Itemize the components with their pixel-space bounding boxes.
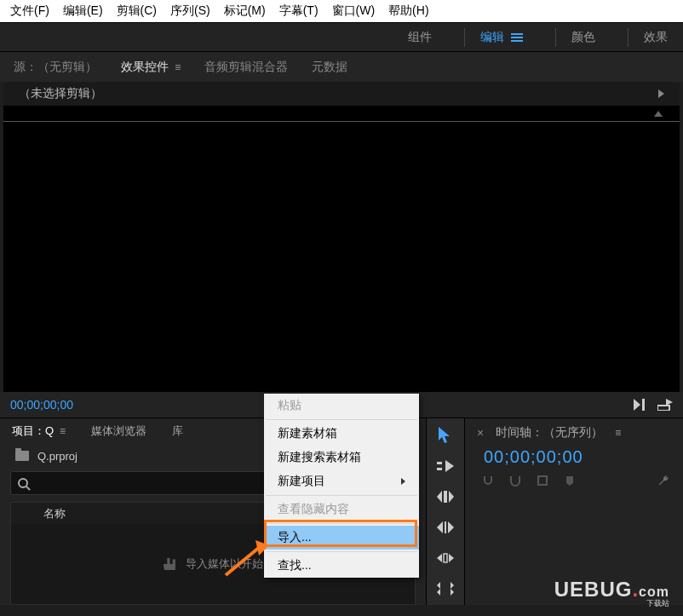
svg-marker-0 (634, 399, 640, 411)
menu-file[interactable]: 文件(F) (3, 2, 56, 20)
context-menu: 粘贴 新建素材箱 新建搜索素材箱 新建项目 查看隐藏内容 导入... 查找... (264, 394, 419, 578)
column-name: 名称 (43, 506, 66, 521)
step-forward-icon[interactable] (634, 399, 646, 411)
svg-marker-3 (666, 399, 673, 406)
svg-marker-8 (437, 491, 442, 503)
svg-marker-7 (445, 460, 454, 472)
ctx-paste: 粘贴 (264, 394, 419, 417)
razor-tool-icon[interactable] (435, 517, 456, 538)
workspace-effects[interactable]: 效果 (628, 23, 683, 51)
menu-window[interactable]: 窗口(W) (325, 2, 382, 20)
ctx-view-hidden: 查看隐藏内容 (264, 498, 419, 521)
svg-rect-9 (444, 491, 447, 503)
linked-selection-icon[interactable] (537, 475, 548, 486)
ctx-find[interactable]: 查找... (264, 554, 419, 578)
tab-metadata[interactable]: 元数据 (312, 60, 347, 75)
hamburger-icon[interactable] (511, 33, 523, 42)
svg-rect-16 (444, 554, 447, 562)
collapse-row (3, 106, 680, 121)
ctx-view-hidden-label: 查看隐藏内容 (278, 502, 349, 517)
magnet-icon[interactable] (509, 475, 521, 486)
source-timecode: 00;00;00;00 (10, 398, 73, 412)
svg-rect-12 (445, 521, 446, 533)
track-select-tool-icon[interactable] (435, 456, 456, 476)
svg-rect-1 (642, 399, 645, 411)
collapse-up-icon[interactable] (654, 111, 663, 117)
tab-project-label: 项目：Q (12, 424, 54, 437)
svg-marker-17 (437, 582, 440, 589)
tool-strip (426, 418, 465, 605)
submenu-arrow-icon (401, 478, 405, 485)
svg-rect-6 (437, 468, 442, 470)
ctx-import[interactable]: 导入... (264, 526, 419, 550)
slide-tool-icon[interactable] (435, 579, 456, 599)
project-panel-menu-icon[interactable]: ≡ (57, 425, 66, 437)
play-icon[interactable] (658, 89, 664, 98)
svg-marker-13 (448, 521, 454, 533)
export-frame-icon[interactable] (657, 399, 673, 411)
workspace-color[interactable]: 颜色 (556, 23, 611, 51)
no-clip-label: （未选择剪辑） (19, 86, 102, 101)
svg-rect-21 (538, 476, 547, 485)
tab-source[interactable]: 源：（无剪辑） (14, 60, 97, 75)
source-viewer (3, 121, 680, 392)
svg-rect-5 (437, 462, 442, 464)
menubar: 文件(F) 编辑(E) 剪辑(C) 序列(S) 标记(M) 字幕(T) 窗口(W… (0, 0, 683, 22)
timeline-tool-icons (477, 474, 671, 487)
workspace-editing[interactable]: 编辑 (465, 23, 538, 51)
svg-rect-2 (657, 406, 669, 411)
svg-marker-18 (451, 582, 454, 589)
ctx-new-item-label: 新建项目 (278, 474, 325, 489)
source-panel-tabs: 源：（无剪辑） 效果控件 ≡ 音频剪辑混合器 元数据 (0, 51, 683, 82)
menu-edit[interactable]: 编辑(E) (56, 2, 110, 20)
project-filename: Q.prproj (37, 450, 77, 463)
workspace-bar: 组件 编辑 颜色 效果 (0, 22, 683, 51)
hand-icon (164, 558, 177, 570)
ripple-edit-tool-icon[interactable] (435, 486, 456, 507)
workspace-editing-label: 编辑 (480, 30, 504, 45)
ctx-new-item[interactable]: 新建项目 (264, 469, 419, 493)
marker-icon[interactable] (564, 475, 576, 486)
ctx-import-label: 导入... (278, 530, 312, 545)
import-hint: 导入媒体以开始 (186, 556, 263, 572)
svg-marker-14 (437, 554, 442, 562)
tab-effect-controls[interactable]: 效果控件 ≡ (121, 60, 181, 75)
watermark-brand: UEBUG (554, 578, 633, 601)
panel-menu-icon[interactable]: ≡ (172, 61, 181, 73)
svg-marker-15 (449, 554, 454, 562)
search-icon (18, 478, 28, 488)
watermark-suffix: com (639, 584, 669, 599)
tab-audio-mixer[interactable]: 音频剪辑混合器 (204, 60, 288, 75)
watermark: UEBUG.com 下载站 (554, 578, 669, 609)
timeline-title: 时间轴：（无序列） (496, 425, 603, 440)
timeline-timecode: 00;00;00;00 (484, 447, 671, 467)
ctx-new-bin[interactable]: 新建素材箱 (264, 422, 419, 446)
menu-help[interactable]: 帮助(H) (382, 2, 435, 20)
bin-icon (15, 451, 29, 461)
menu-marker[interactable]: 标记(M) (217, 2, 273, 20)
svg-marker-11 (437, 521, 443, 533)
snap-icon[interactable] (482, 475, 494, 486)
ctx-find-label: 查找... (278, 558, 312, 573)
svg-marker-20 (451, 589, 454, 596)
ctx-new-search-bin[interactable]: 新建搜索素材箱 (264, 446, 419, 469)
slip-tool-icon[interactable] (435, 548, 456, 568)
timeline-menu-icon[interactable]: ≡ (615, 427, 621, 439)
menu-clip[interactable]: 剪辑(C) (110, 2, 164, 20)
ctx-paste-label: 粘贴 (278, 398, 301, 413)
wrench-icon[interactable] (657, 474, 671, 487)
workspace-assembly[interactable]: 组件 (393, 23, 447, 51)
tab-project[interactable]: 项目：Q ≡ (12, 423, 66, 439)
tab-media-browser[interactable]: 媒体浏览器 (91, 423, 146, 439)
menu-title[interactable]: 字幕(T) (273, 2, 325, 20)
tab-effect-controls-label: 效果控件 (121, 60, 169, 73)
timeline-header: × 时间轴：（无序列） ≡ (477, 425, 671, 440)
close-icon[interactable]: × (477, 426, 484, 440)
effect-controls-header: （未选择剪辑） (3, 82, 680, 106)
svg-marker-19 (437, 589, 440, 596)
tab-library[interactable]: 库 (172, 423, 183, 439)
selection-tool-icon[interactable] (435, 425, 456, 446)
ctx-new-bin-label: 新建素材箱 (278, 426, 337, 441)
menu-sequence[interactable]: 序列(S) (164, 2, 217, 20)
ctx-new-search-bin-label: 新建搜索素材箱 (278, 450, 361, 465)
